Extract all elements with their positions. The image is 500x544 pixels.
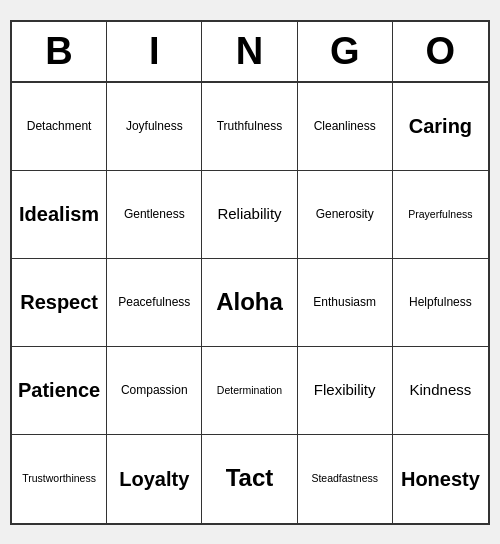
cell-text: Cleanliness [314,119,376,133]
cell-text: Truthfulness [217,119,283,133]
bingo-card: BINGO DetachmentJoyfulnessTruthfulnessCl… [10,20,490,525]
bingo-letter-n: N [202,22,297,81]
bingo-cell-4: Caring [393,83,488,171]
cell-text: Respect [20,290,98,314]
bingo-letter-o: O [393,22,488,81]
cell-text: Prayerfulness [408,208,472,221]
cell-text: Generosity [316,207,374,221]
cell-text: Aloha [216,288,283,317]
cell-text: Kindness [410,381,472,399]
cell-text: Flexibility [314,381,376,399]
cell-text: Reliability [217,205,281,223]
bingo-cell-0: Detachment [12,83,107,171]
bingo-letter-b: B [12,22,107,81]
cell-text: Patience [18,378,100,402]
bingo-cell-12: Aloha [202,259,297,347]
cell-text: Joyfulness [126,119,183,133]
bingo-cell-6: Gentleness [107,171,202,259]
bingo-cell-3: Cleanliness [298,83,393,171]
cell-text: Tact [226,464,274,493]
cell-text: Compassion [121,383,188,397]
cell-text: Idealism [19,202,99,226]
cell-text: Enthusiasm [313,295,376,309]
cell-text: Helpfulness [409,295,472,309]
bingo-cell-24: Honesty [393,435,488,523]
bingo-cell-14: Helpfulness [393,259,488,347]
cell-text: Loyalty [119,467,189,491]
cell-text: Steadfastness [311,472,378,485]
cell-text: Peacefulness [118,295,190,309]
cell-text: Determination [217,384,282,397]
bingo-cell-2: Truthfulness [202,83,297,171]
bingo-grid: DetachmentJoyfulnessTruthfulnessCleanlin… [12,83,488,523]
bingo-letter-g: G [298,22,393,81]
bingo-cell-19: Kindness [393,347,488,435]
cell-text: Honesty [401,467,480,491]
cell-text: Trustworthiness [22,472,96,485]
bingo-cell-22: Tact [202,435,297,523]
bingo-cell-13: Enthusiasm [298,259,393,347]
bingo-cell-18: Flexibility [298,347,393,435]
cell-text: Detachment [27,119,92,133]
bingo-cell-5: Idealism [12,171,107,259]
bingo-letter-i: I [107,22,202,81]
bingo-cell-23: Steadfastness [298,435,393,523]
bingo-cell-17: Determination [202,347,297,435]
bingo-cell-15: Patience [12,347,107,435]
bingo-cell-20: Trustworthiness [12,435,107,523]
cell-text: Gentleness [124,207,185,221]
bingo-cell-1: Joyfulness [107,83,202,171]
bingo-cell-8: Generosity [298,171,393,259]
bingo-cell-10: Respect [12,259,107,347]
bingo-cell-21: Loyalty [107,435,202,523]
bingo-cell-11: Peacefulness [107,259,202,347]
bingo-cell-16: Compassion [107,347,202,435]
bingo-cell-9: Prayerfulness [393,171,488,259]
bingo-header: BINGO [12,22,488,83]
bingo-cell-7: Reliability [202,171,297,259]
cell-text: Caring [409,114,472,138]
